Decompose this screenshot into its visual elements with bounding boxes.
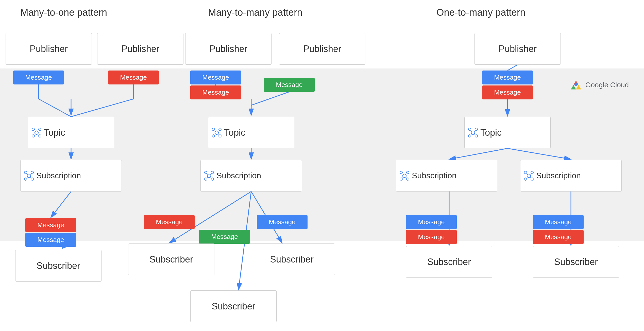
msg-red-o2m-2: Message — [482, 85, 533, 99]
svg-point-34 — [24, 178, 27, 180]
svg-point-24 — [39, 128, 41, 131]
svg-point-44 — [219, 135, 221, 137]
svg-point-23 — [32, 128, 35, 131]
topic-box-m2m: Topic — [208, 117, 294, 148]
svg-point-60 — [475, 128, 478, 131]
subscriber-box-m21: Subscriber — [15, 250, 101, 282]
svg-point-43 — [212, 135, 215, 137]
svg-point-76 — [527, 174, 531, 178]
msg-blue-o2m-1: Message — [482, 71, 533, 84]
svg-point-53 — [211, 178, 214, 180]
svg-point-49 — [207, 174, 211, 178]
svg-point-32 — [24, 171, 27, 174]
google-cloud-logo: Google Cloud — [570, 79, 629, 91]
publisher-box-m2m-1: Publisher — [185, 33, 272, 65]
svg-point-40 — [215, 131, 218, 134]
publisher-box-m21-2: Publisher — [97, 33, 183, 65]
msg-blue-o2m-sub2-1: Message — [533, 215, 584, 229]
msg-red-m21-2: Message — [108, 71, 159, 84]
svg-line-27 — [35, 131, 35, 131]
svg-line-47 — [215, 134, 215, 134]
svg-line-46 — [218, 131, 218, 131]
svg-point-69 — [406, 171, 409, 174]
pubsub-icon-sub-o2m-1 — [399, 170, 410, 181]
publisher-box-o2m: Publisher — [474, 33, 561, 65]
msg-red-o2m-sub1-2: Message — [406, 230, 457, 244]
svg-point-85 — [574, 83, 578, 86]
svg-point-31 — [27, 174, 31, 178]
svg-point-61 — [468, 135, 471, 137]
msg-blue-m2m-1: Message — [190, 71, 241, 84]
svg-line-28 — [38, 131, 38, 131]
svg-point-58 — [471, 131, 475, 134]
msg-red-m21-out1: Message — [25, 218, 76, 232]
svg-line-84 — [530, 177, 531, 178]
many-to-many-title: Many-to-many pattern — [208, 7, 302, 18]
publisher-box-m21-1: Publisher — [6, 33, 92, 65]
subscription-box-o2m-2: Subscription — [520, 160, 622, 191]
subscriber-box-m2m-1: Subscriber — [128, 243, 214, 275]
msg-blue-m21-out2: Message — [25, 233, 76, 247]
google-cloud-logo-icon — [570, 79, 582, 91]
msg-blue-o2m-sub1-1: Message — [406, 215, 457, 229]
subscription-box-m21: Subscription — [20, 160, 122, 191]
svg-line-29 — [35, 134, 35, 134]
svg-line-82 — [530, 174, 531, 174]
subscriber-box-m2m-2: Subscriber — [249, 243, 335, 275]
svg-point-71 — [406, 178, 409, 180]
svg-line-36 — [27, 174, 27, 174]
many-to-one-title: Many-to-one pattern — [20, 7, 107, 18]
pubsub-icon-topic-m2m — [211, 127, 222, 138]
svg-line-81 — [527, 174, 527, 174]
msg-green-m2m-3: Message — [264, 78, 315, 92]
svg-point-77 — [524, 171, 527, 174]
subscription-box-m2m: Subscription — [200, 160, 302, 191]
msg-red-m2m-out1: Message — [144, 215, 195, 229]
svg-point-62 — [475, 135, 478, 137]
svg-line-30 — [38, 134, 38, 134]
svg-line-38 — [27, 177, 27, 178]
svg-line-72 — [403, 174, 403, 174]
msg-red-m2m-2: Message — [190, 85, 241, 99]
msg-blue-m2m-out2: Message — [257, 215, 308, 229]
topic-box-o2m: Topic — [464, 117, 551, 148]
svg-line-74 — [403, 177, 403, 178]
pubsub-icon-topic-o2m — [468, 127, 478, 138]
diagram-container: Many-to-one pattern Many-to-many pattern… — [0, 0, 644, 331]
svg-point-70 — [400, 178, 402, 180]
svg-line-75 — [406, 177, 406, 178]
svg-point-68 — [400, 171, 402, 174]
svg-point-51 — [211, 171, 214, 174]
svg-line-39 — [30, 177, 31, 178]
svg-point-25 — [32, 135, 35, 137]
pubsub-icon-sub-m2m — [204, 170, 214, 181]
svg-point-52 — [205, 178, 207, 180]
msg-red-o2m-sub2-2: Message — [533, 230, 584, 244]
publisher-box-m2m-2: Publisher — [279, 33, 365, 65]
subscription-box-o2m-1: Subscription — [396, 160, 497, 191]
svg-point-67 — [403, 174, 406, 178]
svg-line-48 — [218, 134, 218, 134]
svg-point-79 — [524, 178, 527, 180]
topic-box-m21: Topic — [28, 117, 114, 148]
svg-line-64 — [474, 131, 475, 131]
svg-point-59 — [468, 128, 471, 131]
svg-line-45 — [215, 131, 215, 131]
pubsub-icon-sub-o2m-2 — [523, 170, 534, 181]
svg-point-78 — [531, 171, 533, 174]
subscriber-box-m2m-3: Subscriber — [190, 290, 277, 322]
svg-point-33 — [31, 171, 33, 174]
pubsub-icon-sub-m21 — [24, 170, 34, 181]
svg-line-66 — [474, 134, 475, 134]
subscriber-box-o2m-1: Subscriber — [406, 246, 492, 278]
svg-line-57 — [211, 177, 211, 178]
svg-point-22 — [35, 131, 38, 134]
svg-point-26 — [39, 135, 41, 137]
pubsub-icon-m21 — [31, 127, 42, 138]
svg-point-35 — [31, 178, 33, 180]
svg-line-55 — [211, 174, 211, 174]
svg-line-54 — [207, 174, 208, 174]
svg-line-63 — [471, 131, 471, 131]
svg-line-73 — [406, 174, 406, 174]
google-cloud-text: Google Cloud — [585, 81, 629, 89]
